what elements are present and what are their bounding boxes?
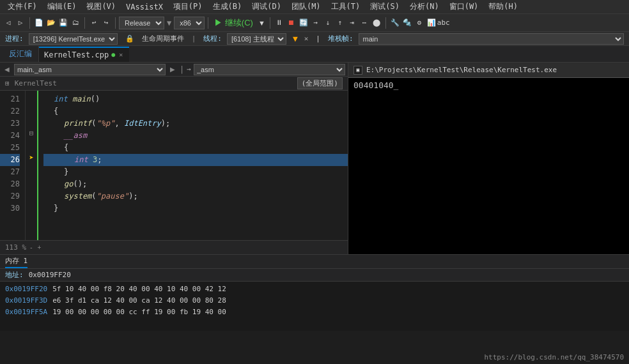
fn-printf: printf [64,118,91,130]
scope-value: (全局范围) [297,77,343,89]
toolbar-breakpoints-btn[interactable]: ⬤ [371,17,382,29]
toolbar-step-out-btn[interactable]: ↑ [334,17,346,29]
line-num-25: 25 [0,142,20,154]
menubar: 文件(F) 编辑(E) 视图(V) VAssistX 项目(P) 生成(B) 调… [0,0,629,14]
mem-tab[interactable]: 内存 1 [5,255,27,268]
nav-scope-select[interactable]: _asm [194,64,345,75]
addr-label: 地址: [5,270,24,280]
code-area: 21 22 23 24 25 26 27 28 29 30 ⊟ [0,91,348,240]
toolbar-ext3-btn[interactable]: ⚙ [414,17,425,29]
toolbar-open-btn[interactable]: 📂 [45,17,57,29]
menu-team[interactable]: 团队(M) [286,0,326,13]
toolbar-pause-btn[interactable]: ⏸ [274,17,285,29]
tab-disasm[interactable]: 反汇编 [3,46,39,62]
main-content: ◀ main._asm ▶ | → _asm ⊞ KernelTest (全局范… [0,63,629,254]
console-body[interactable]: 00401040_ [348,78,629,254]
brace-open-22: { [54,105,58,118]
process-label: 进程: [5,34,24,43]
toolbar-run-to-btn[interactable]: ⇥ [346,17,358,29]
mem-row-2: 0x0019FF5A 19 00 00 00 00 00 cc ff 19 00… [5,306,624,317]
collapse-icon-24[interactable]: ⊟ [29,129,34,137]
toolbar-ext2-btn[interactable]: 🔩 [401,17,413,29]
toolbar-new-btn[interactable]: 📄 [33,17,45,29]
zoom-bar: 113 % - + [0,240,348,254]
code-line-23: printf ( "%p" , IdtEntry ); [43,118,348,130]
toolbar-right-group: 🔧 🔩 ⚙ 📊 abc [389,17,449,29]
stack-select[interactable]: main [359,33,624,45]
code-gutter: ⊟ ➤ [26,91,38,240]
code-content[interactable]: int main () { printf ( "%p" , IdtEntry [38,91,348,240]
continue-btn[interactable]: ▶ 继续(C) [212,17,256,29]
menu-debug[interactable]: 调试(D) [247,0,286,13]
toolbar-ext1-btn[interactable]: 🔧 [389,17,401,29]
toolbar-undo-group: ↩ ↪ [88,17,112,29]
tab-active-label: KernelTest.cpp [44,50,109,59]
mem-bytes-2: 19 00 00 00 00 00 cc ff 19 00 fb 19 40 0… [52,308,226,316]
tabbar: 反汇编 KernelTest.cpp ● ✕ [0,46,629,63]
nav-sep: | [180,65,184,74]
toolbar-more-btn[interactable]: ⋯ [359,17,370,29]
zoom-decrease-btn[interactable]: - [29,244,33,251]
menu-edit[interactable]: 编辑(E) [42,0,82,13]
menu-project[interactable]: 项目(P) [168,0,208,13]
kw-int3: int [74,154,93,166]
menu-vassistx[interactable]: VAssistX [121,1,168,13]
toolbar-stop-btn[interactable]: ⏹ [286,17,297,29]
tab-active[interactable]: KernelTest.cpp ● ✕ [39,47,129,62]
toolbar-back-btn[interactable]: ◁ [3,17,14,29]
toolbar-sep-2 [84,17,85,29]
menu-file[interactable]: 文件(F) [3,0,42,13]
toolbar-step-over-btn[interactable]: → [310,17,322,29]
paren-close-23: ); [161,118,170,130]
toolbar-saveall-btn[interactable]: 🗂 [70,17,81,29]
fn-system: system [64,190,91,202]
bottom-panel: 内存 1 地址: 0x0019FF20 0x0019FF20 5f 10 40 … [0,254,629,331]
line-num-22: 22 [0,105,20,118]
continue-dropdown[interactable]: ▼ [257,19,267,27]
toolbar-step-in-btn[interactable]: ↓ [322,17,334,29]
menu-help[interactable]: 帮助(H) [483,0,523,13]
bottom-address-bar: 地址: 0x0019FF20 [0,269,629,282]
toolbar-save-btn[interactable]: 💾 [58,17,69,29]
line-num-29: 29 [0,190,20,202]
toolbar-sep-1 [29,17,30,29]
brace-open-25: { [64,142,68,154]
toolbar-abc-btn[interactable]: abc [438,17,449,29]
nav-func-select[interactable]: main._asm [14,64,166,75]
code-line-28: go (); [43,178,348,190]
mem-addr-1: 0x0019FF3D [5,296,47,305]
toolbar-undo-btn[interactable]: ↩ [88,17,100,29]
toolbar-fwd-btn[interactable]: ▷ [15,17,26,29]
menu-view[interactable]: 视图(V) [81,0,121,13]
arch-dropdown[interactable]: x86 [174,17,205,29]
zoom-increase-btn[interactable]: + [36,244,42,251]
toolbar-ext4-btn[interactable]: 📊 [426,17,437,29]
menu-test[interactable]: 测试(S) [365,0,405,13]
kw-int: int [54,93,72,105]
line-num-24: 24 [0,130,20,142]
gutter-25 [26,139,37,151]
toolbar: ◁ ▷ 📄 📂 💾 🗂 ↩ ↪ Release ▼ x86 ▶ 继续(C) ▼ … [0,14,629,32]
filter-icon[interactable]: ▼ [293,34,298,43]
toolbar-restart-btn[interactable]: 🔄 [298,17,309,29]
menu-tools[interactable]: 工具(T) [326,0,366,13]
config-dropdown[interactable]: Release [119,17,164,29]
console-title-text: E:\Projects\KernelTest\Release\KernelTes… [366,66,557,74]
paren-main: () [91,93,100,105]
tab-close-btn[interactable]: ✕ [118,51,124,58]
thread-select[interactable]: [6108] 主线程 [227,33,286,45]
toolbar-file-group: 📄 📂 💾 🗂 [33,17,81,29]
menu-window[interactable]: 窗口(W) [444,0,484,13]
nav-right-arrow-btn[interactable]: ▶ [168,65,177,73]
menu-analyze[interactable]: 分析(N) [405,0,444,13]
nav-left-btn[interactable]: ◀ [3,65,12,73]
toolbar-redo-btn[interactable]: ↪ [100,17,112,29]
gutter-29 [26,188,37,200]
scope-project: KernelTest [15,79,57,87]
menu-build[interactable]: 生成(B) [208,0,247,13]
filter2-icon[interactable]: ✕ [304,34,309,43]
mem-addr-2: 0x0019FF5A [5,308,47,316]
process-bar: 进程: [13296] KernelTest.exe 🔒 生命周期事件 | 线程… [0,32,629,46]
process-select[interactable]: [13296] KernelTest.exe [29,33,118,45]
console-titlebar: ▣ E:\Projects\KernelTest\Release\KernelT… [348,63,629,78]
